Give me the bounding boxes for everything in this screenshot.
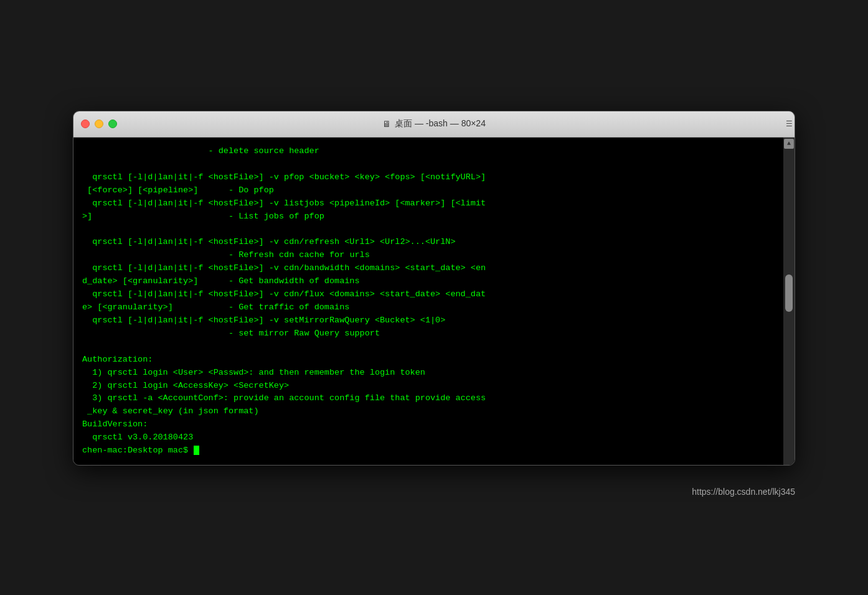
- close-button[interactable]: [81, 119, 90, 128]
- scrollbar-top-button[interactable]: ▲: [784, 139, 794, 149]
- terminal-icon: 🖥: [382, 119, 391, 129]
- title-label: 桌面 — -bash — 80×24: [395, 118, 486, 129]
- scroll-icon: ☰: [786, 119, 793, 129]
- watermark: https://blog.csdn.net/lkj345: [692, 487, 795, 497]
- terminal-content[interactable]: - delete source header qrsctl [-l|d|lan|…: [73, 138, 783, 465]
- title-bar: 🖥 桌面 — -bash — 80×24 ☰: [73, 111, 795, 138]
- terminal-body[interactable]: - delete source header qrsctl [-l|d|lan|…: [73, 138, 795, 465]
- terminal-window: 🖥 桌面 — -bash — 80×24 ☰ - delete source h…: [73, 111, 795, 466]
- terminal-cursor: [194, 446, 199, 455]
- outer-container: 🖥 桌面 — -bash — 80×24 ☰ - delete source h…: [60, 92, 808, 503]
- minimize-button[interactable]: [95, 119, 103, 128]
- watermark-text: https://blog.csdn.net/lkj345: [692, 487, 795, 497]
- window-title: 🖥 桌面 — -bash — 80×24: [382, 118, 486, 129]
- scrollbar-thumb[interactable]: [785, 274, 793, 312]
- title-scrollbar-indicator: ☰: [783, 111, 795, 137]
- maximize-button[interactable]: [108, 119, 117, 128]
- traffic-lights: [81, 119, 117, 128]
- scrollbar-track[interactable]: ▲: [783, 138, 795, 465]
